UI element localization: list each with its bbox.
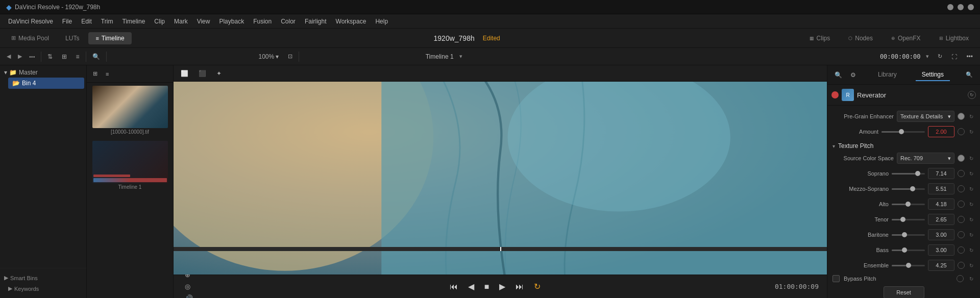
texture-pitch-section-header[interactable]: ▾ Texture Pitch (827, 139, 980, 151)
tenor-reset-btn[interactable]: ↻ (968, 216, 975, 223)
tenor-value[interactable]: 2.65 (928, 214, 954, 225)
soprano-thumb[interactable] (915, 171, 920, 176)
tenor-slider[interactable] (892, 219, 925, 220)
clips-button[interactable]: ▦ Clips (802, 32, 838, 44)
step-back-button[interactable]: ◀ (466, 280, 476, 293)
search-button[interactable]: 🔍 (89, 51, 103, 62)
bypass-dot-btn[interactable] (957, 275, 964, 282)
media-pool-button[interactable]: ⊞ Media Pool (4, 32, 56, 44)
alto-thumb[interactable] (905, 202, 911, 207)
amount-reset-btn[interactable]: ↻ (968, 128, 975, 135)
list-view-button[interactable]: ≡ (73, 51, 83, 62)
fx-active-dot[interactable] (831, 91, 839, 98)
menu-edit[interactable]: Edit (77, 16, 96, 27)
transform-btn[interactable]: ⬜ (178, 68, 191, 79)
settings-tab[interactable]: Settings (916, 69, 950, 81)
luts-button[interactable]: LUTs (58, 32, 86, 44)
bypass-reset-btn[interactable]: ↻ (968, 275, 975, 282)
menu-mark[interactable]: Mark (170, 16, 192, 27)
search-icon-btn[interactable]: 🔍 (831, 69, 845, 81)
zoom-level-button[interactable]: 100% ▾ (256, 51, 282, 62)
mezzo-soprano-thumb[interactable] (910, 186, 915, 191)
alto-reset-btn[interactable]: ↻ (968, 201, 975, 208)
menu-fusion[interactable]: Fusion (249, 16, 276, 27)
menu-fairlight[interactable]: Fairlight (301, 16, 331, 27)
timeline-dropdown-button[interactable]: ▾ (457, 52, 465, 61)
viewer-overlay-btn[interactable]: ◎ (182, 281, 193, 292)
gallery-list-btn[interactable]: ≡ (103, 69, 112, 79)
ensemble-dot-btn[interactable] (958, 262, 965, 269)
bass-value[interactable]: 3.00 (928, 244, 954, 256)
timeline-tab-button[interactable]: ≡ Timeline (88, 32, 131, 44)
library-tab[interactable]: Library (872, 69, 903, 81)
maximize-button[interactable] (958, 4, 964, 10)
menu-workspace[interactable]: Workspace (332, 16, 371, 27)
media-thumb-timeline[interactable]: Timeline 1 (92, 141, 168, 190)
sort-button[interactable]: ⇅ (44, 51, 56, 62)
tenor-dot-btn[interactable] (958, 216, 965, 223)
source-color-dot-btn[interactable] (958, 155, 965, 162)
menu-view[interactable]: View (193, 16, 214, 27)
ensemble-thumb[interactable] (906, 263, 911, 268)
ensemble-value[interactable]: 4.25 (928, 260, 954, 271)
bin-4-item[interactable]: 📂 Bin 4 (8, 78, 84, 89)
reset-main-button[interactable]: Reset (884, 286, 924, 298)
menu-trim[interactable]: Trim (97, 16, 117, 27)
ensemble-slider[interactable] (892, 265, 925, 266)
mezzo-soprano-value[interactable]: 5.51 (928, 183, 954, 194)
media-thumb-tif[interactable]: [10000-10000].tif (92, 86, 168, 135)
master-folder[interactable]: ▾ 📁 Master (2, 67, 84, 78)
bass-slider[interactable] (892, 250, 925, 251)
skip-to-end-button[interactable]: ⏭ (513, 280, 526, 293)
alto-slider[interactable] (892, 204, 925, 205)
source-color-dropdown[interactable]: Rec. 709 ▾ (897, 153, 954, 164)
pre-grain-dropdown[interactable]: Texture & Details ▾ (897, 111, 954, 122)
fit-button[interactable]: ⊡ (285, 51, 296, 62)
menu-timeline[interactable]: Timeline (118, 16, 149, 27)
mezzo-soprano-reset-btn[interactable]: ↻ (968, 185, 975, 192)
right-search-btn[interactable]: 🔍 (963, 69, 976, 80)
menu-color[interactable]: Color (277, 16, 300, 27)
more-options-button[interactable]: ••• (963, 51, 976, 62)
menu-playback[interactable]: Playback (215, 16, 248, 27)
smart-bins[interactable]: ▶ Smart Bins (4, 272, 82, 283)
openfx-button[interactable]: ⊕ OpenFX (884, 32, 928, 44)
particle-btn[interactable]: ✦ (213, 68, 225, 79)
fx-reset-button[interactable]: ↻ (968, 91, 976, 99)
bass-dot-btn[interactable] (958, 246, 965, 254)
nav-prev-button[interactable]: ◀ (4, 52, 13, 61)
loop-button[interactable]: ↻ (532, 280, 543, 293)
gear-icon-btn[interactable]: ⚙ (847, 69, 859, 81)
soprano-value[interactable]: 7.14 (928, 168, 954, 179)
amount-value[interactable]: 2.00 (928, 126, 954, 137)
soprano-slider[interactable] (892, 173, 925, 175)
grid-view-button[interactable]: ⊞ (59, 51, 70, 62)
amount-slider-thumb[interactable] (899, 129, 904, 134)
soprano-dot-btn[interactable] (958, 170, 965, 177)
menu-help[interactable]: Help (371, 16, 392, 27)
pre-grain-reset-btn[interactable]: ↻ (968, 113, 975, 120)
play-button[interactable]: ▶ (497, 280, 507, 293)
bypass-pitch-checkbox[interactable] (832, 275, 840, 282)
source-color-reset-btn[interactable]: ↻ (968, 155, 975, 162)
baritone-thumb[interactable] (902, 232, 907, 237)
mezzo-soprano-slider[interactable] (892, 188, 925, 190)
mezzo-soprano-dot-btn[interactable] (958, 185, 965, 192)
pre-grain-dot-btn[interactable] (958, 113, 965, 120)
lightbox-button[interactable]: ⊞ Lightbox (932, 32, 976, 44)
viewer-audio-btn[interactable]: 🔊 (182, 292, 196, 298)
keywords-item[interactable]: ▶ Keywords (4, 283, 82, 294)
baritone-slider[interactable] (892, 234, 925, 236)
menu-file[interactable]: File (58, 16, 76, 27)
timecode-dropdown[interactable]: ▾ (923, 52, 932, 61)
fullscreen-button[interactable]: ⛶ (948, 52, 960, 62)
timeline-scrubber[interactable] (174, 247, 827, 251)
nav-more-button[interactable]: ••• (27, 52, 38, 61)
bass-reset-btn[interactable]: ↻ (968, 246, 975, 254)
baritone-value[interactable]: 3.00 (928, 229, 954, 240)
amount-dot-btn[interactable] (958, 128, 965, 135)
baritone-dot-btn[interactable] (958, 231, 965, 238)
menu-clip[interactable]: Clip (150, 16, 169, 27)
alto-value[interactable]: 4.18 (928, 198, 954, 210)
baritone-reset-btn[interactable]: ↻ (968, 231, 975, 238)
